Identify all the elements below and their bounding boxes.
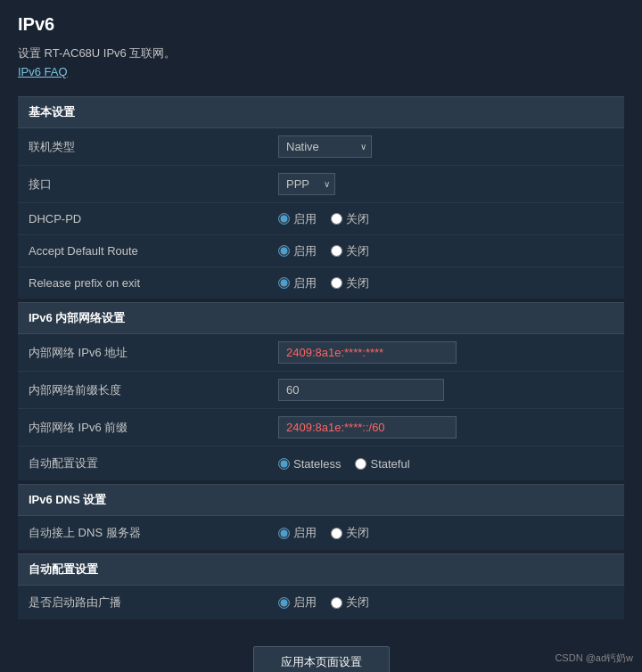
stateless-text: Stateless xyxy=(293,457,341,471)
accept-route-off-radio[interactable] xyxy=(331,245,342,257)
section-dns-settings: IPv6 DNS 设置 xyxy=(18,484,624,516)
row-ipv6-prefix: 内部网络 IPv6 前缀 xyxy=(18,409,624,447)
dhcp-pd-on-label[interactable]: 启用 xyxy=(278,211,317,227)
release-prefix-on-label[interactable]: 启用 xyxy=(278,275,317,291)
accept-route-on-radio[interactable] xyxy=(278,245,290,257)
dhcp-pd-off-text: 关闭 xyxy=(346,211,369,227)
auto-config-table: 是否启动路由广播 启用 关闭 xyxy=(18,586,624,619)
row-prefix-length: 内部网络前缀长度 xyxy=(18,372,624,409)
release-prefix-radio-group: 启用 关闭 xyxy=(278,275,613,291)
stateless-label[interactable]: Stateless xyxy=(278,457,341,471)
auto-config-radio-group: Stateless Stateful xyxy=(278,457,613,471)
dhcp-pd-off-radio[interactable] xyxy=(331,213,342,225)
row-router-broadcast: 是否启动路由广播 启用 关闭 xyxy=(18,586,624,619)
auto-dns-off-radio[interactable] xyxy=(331,528,342,539)
value-auto-dns: 启用 关闭 xyxy=(268,516,624,550)
dhcp-pd-radio-group: 启用 关闭 xyxy=(278,211,613,227)
page-container: IPv6 设置 RT-AC68U IPv6 互联网。 IPv6 FAQ 基本设置… xyxy=(0,0,642,672)
router-broadcast-off-text: 关闭 xyxy=(346,594,369,611)
row-auto-config: 自动配置设置 Stateless Stateful xyxy=(18,447,624,481)
router-broadcast-off-label[interactable]: 关闭 xyxy=(331,594,369,611)
stateful-text: Stateful xyxy=(370,457,409,471)
faq-link[interactable]: IPv6 FAQ xyxy=(18,65,68,78)
auto-dns-on-label[interactable]: 启用 xyxy=(278,525,317,541)
label-dhcp-pd: DHCP-PD xyxy=(18,203,268,235)
row-release-prefix: Release prefix on exit 启用 关闭 xyxy=(18,267,624,299)
release-prefix-off-label[interactable]: 关闭 xyxy=(331,275,369,291)
internal-network-table: 内部网络 IPv6 地址 内部网络前缀长度 内部网络 IPv6 前缀 自动配置设… xyxy=(18,334,624,480)
stateful-radio[interactable] xyxy=(355,458,366,470)
label-accept-default-route: Accept Default Route xyxy=(18,235,268,267)
label-auto-config: 自动配置设置 xyxy=(18,447,268,481)
label-auto-dns: 自动接上 DNS 服务器 xyxy=(18,516,268,550)
auto-dns-radio-group: 启用 关闭 xyxy=(278,525,613,541)
auto-dns-off-text: 关闭 xyxy=(346,525,369,541)
router-broadcast-on-radio[interactable] xyxy=(278,597,290,609)
auto-dns-off-label[interactable]: 关闭 xyxy=(331,525,369,541)
apply-button[interactable]: 应用本页面设置 xyxy=(253,646,390,672)
interface-select[interactable]: PPP WAN xyxy=(278,173,335,195)
label-router-broadcast: 是否启动路由广播 xyxy=(18,586,268,619)
section-basic-settings: 基本设置 xyxy=(18,96,624,128)
value-prefix-length xyxy=(268,372,624,409)
value-dhcp-pd: 启用 关闭 xyxy=(268,203,624,235)
accept-route-on-text: 启用 xyxy=(293,243,317,259)
dhcp-pd-off-label[interactable]: 关闭 xyxy=(331,211,369,227)
release-prefix-off-radio[interactable] xyxy=(331,277,342,289)
button-container: 应用本页面设置 xyxy=(18,619,624,672)
release-prefix-off-text: 关闭 xyxy=(346,275,369,291)
dhcp-pd-on-text: 启用 xyxy=(293,211,317,227)
label-interface: 接口 xyxy=(18,166,268,203)
dhcp-pd-on-radio[interactable] xyxy=(278,213,290,225)
row-ipv6-address: 内部网络 IPv6 地址 xyxy=(18,334,624,372)
auto-dns-on-text: 启用 xyxy=(293,525,317,541)
basic-settings-table: 联机类型 Native Tunnel 6in4 Tunnel 6to4 FLET… xyxy=(18,128,624,299)
label-prefix-length: 内部网络前缀长度 xyxy=(18,372,268,409)
stateless-radio[interactable] xyxy=(278,458,290,470)
section-auto-config: 自动配置设置 xyxy=(18,553,624,586)
accept-route-off-label[interactable]: 关闭 xyxy=(331,243,369,259)
ipv6-address-input[interactable] xyxy=(278,341,457,364)
connection-type-select[interactable]: Native Tunnel 6in4 Tunnel 6to4 FLET's IP… xyxy=(278,135,372,158)
accept-route-off-text: 关闭 xyxy=(346,243,369,259)
value-ipv6-address xyxy=(268,334,624,372)
dns-settings-table: 自动接上 DNS 服务器 启用 关闭 xyxy=(18,516,624,550)
row-connection-type: 联机类型 Native Tunnel 6in4 Tunnel 6to4 FLET… xyxy=(18,128,624,166)
stateful-label[interactable]: Stateful xyxy=(355,457,409,471)
prefix-length-input[interactable] xyxy=(278,379,444,401)
accept-route-on-label[interactable]: 启用 xyxy=(278,243,317,259)
router-broadcast-off-radio[interactable] xyxy=(331,597,342,609)
label-release-prefix: Release prefix on exit xyxy=(18,267,268,299)
router-broadcast-on-label[interactable]: 启用 xyxy=(278,594,317,611)
page-title: IPv6 xyxy=(18,14,624,35)
connection-type-wrapper: Native Tunnel 6in4 Tunnel 6to4 FLET's IP… xyxy=(278,135,372,158)
label-ipv6-address: 内部网络 IPv6 地址 xyxy=(18,334,268,372)
value-accept-default-route: 启用 关闭 xyxy=(268,235,624,267)
row-auto-dns: 自动接上 DNS 服务器 启用 关闭 xyxy=(18,516,624,550)
value-auto-config: Stateless Stateful xyxy=(268,447,624,481)
router-broadcast-on-text: 启用 xyxy=(293,594,317,611)
value-release-prefix: 启用 关闭 xyxy=(268,267,624,299)
row-interface: 接口 PPP WAN xyxy=(18,166,624,203)
description: 设置 RT-AC68U IPv6 互联网。 xyxy=(18,45,624,61)
value-interface: PPP WAN xyxy=(268,166,624,203)
value-ipv6-prefix xyxy=(268,409,624,447)
router-broadcast-radio-group: 启用 关闭 xyxy=(278,594,613,611)
label-connection-type: 联机类型 xyxy=(18,128,268,166)
interface-wrapper: PPP WAN xyxy=(278,173,335,195)
release-prefix-on-radio[interactable] xyxy=(278,277,290,289)
section-internal-network: IPv6 内部网络设置 xyxy=(18,302,624,334)
accept-route-radio-group: 启用 关闭 xyxy=(278,243,613,259)
label-ipv6-prefix: 内部网络 IPv6 前缀 xyxy=(18,409,268,447)
ipv6-prefix-input[interactable] xyxy=(278,416,457,438)
auto-dns-on-radio[interactable] xyxy=(278,528,290,539)
row-dhcp-pd: DHCP-PD 启用 关闭 xyxy=(18,203,624,235)
row-accept-default-route: Accept Default Route 启用 关闭 xyxy=(18,235,624,267)
watermark: CSDN @ad钙奶w xyxy=(555,652,633,665)
value-router-broadcast: 启用 关闭 xyxy=(268,586,624,619)
value-connection-type: Native Tunnel 6in4 Tunnel 6to4 FLET's IP… xyxy=(268,128,624,166)
release-prefix-on-text: 启用 xyxy=(293,275,317,291)
